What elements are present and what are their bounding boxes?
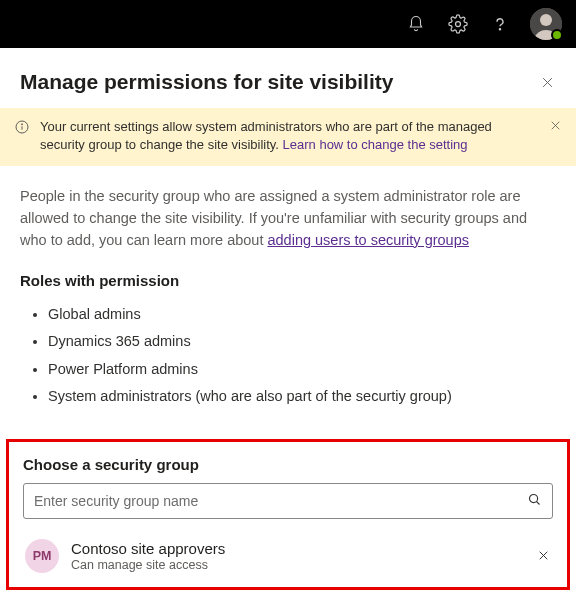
account-menu[interactable] — [530, 8, 562, 40]
close-icon — [549, 119, 562, 132]
info-icon — [14, 119, 30, 140]
group-name: Contoso site approvers — [71, 540, 523, 557]
dismiss-info-button[interactable] — [549, 119, 562, 137]
svg-line-8 — [537, 501, 540, 504]
roles-item: Power Platform admins — [48, 356, 556, 384]
panel-title: Manage permissions for site visibility — [20, 70, 393, 94]
svg-point-7 — [530, 494, 538, 502]
roles-item: Global admins — [48, 301, 556, 329]
svg-point-0 — [456, 22, 461, 27]
panel-header: Manage permissions for site visibility — [0, 48, 576, 108]
bell-icon — [407, 15, 425, 33]
chooser-label: Choose a security group — [23, 456, 553, 473]
notifications-button[interactable] — [404, 12, 428, 36]
svg-point-1 — [499, 29, 500, 30]
info-text: Your current settings allow system admin… — [40, 118, 539, 154]
close-icon — [537, 549, 550, 562]
roles-item: Dynamics 365 admins — [48, 328, 556, 356]
help-button[interactable] — [488, 12, 512, 36]
security-group-chooser: Choose a security group PM Contoso site … — [6, 439, 570, 590]
panel-body: People in the security group who are ass… — [0, 166, 576, 428]
app-topbar — [0, 0, 576, 48]
security-group-input[interactable] — [34, 493, 527, 509]
roles-item: System administrators (who are also part… — [48, 383, 556, 411]
roles-list: Global admins Dynamics 365 admins Power … — [20, 301, 556, 411]
info-learn-link[interactable]: Learn how to change the setting — [283, 137, 468, 152]
svg-point-6 — [21, 124, 22, 125]
info-message-bar: Your current settings allow system admin… — [0, 108, 576, 166]
intro-link[interactable]: adding users to security groups — [267, 232, 469, 248]
roles-heading: Roles with permission — [20, 272, 556, 289]
gear-icon — [448, 14, 468, 34]
security-group-search[interactable] — [23, 483, 553, 519]
intro-paragraph: People in the security group who are ass… — [20, 186, 556, 251]
selected-group-row: PM Contoso site approvers Can manage sit… — [23, 535, 553, 577]
close-icon — [540, 75, 555, 90]
question-icon — [491, 15, 509, 33]
presence-indicator — [551, 29, 563, 41]
close-panel-button[interactable] — [538, 73, 556, 91]
svg-point-3 — [540, 14, 552, 26]
remove-group-button[interactable] — [535, 548, 551, 564]
group-avatar: PM — [25, 539, 59, 573]
group-info: Contoso site approvers Can manage site a… — [71, 540, 523, 572]
search-icon — [527, 492, 542, 510]
group-subtitle: Can manage site access — [71, 558, 523, 572]
settings-button[interactable] — [446, 12, 470, 36]
